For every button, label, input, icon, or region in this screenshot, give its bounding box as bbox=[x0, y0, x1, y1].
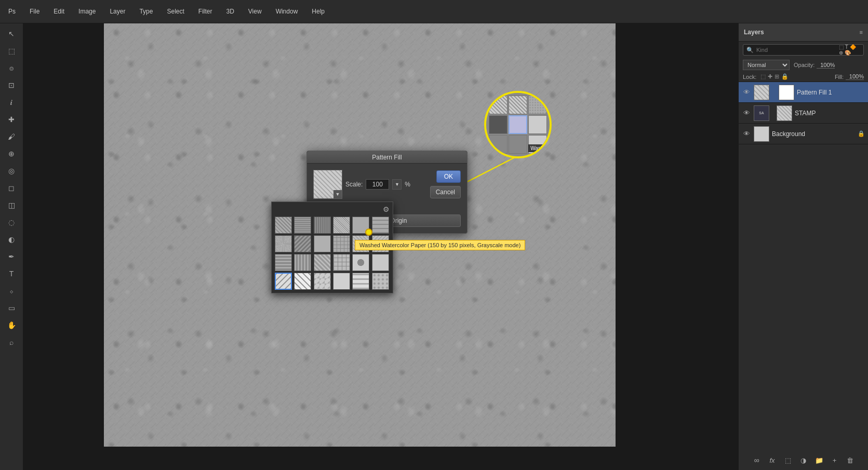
layer-group-button[interactable]: 📁 bbox=[813, 454, 825, 466]
layer-adjustment-button[interactable]: ◑ bbox=[798, 454, 809, 466]
dodge-tool[interactable]: ◐ bbox=[4, 232, 19, 247]
shape-tool[interactable]: ▭ bbox=[4, 300, 19, 316]
layer-name-background: Background bbox=[772, 130, 855, 138]
history-tool[interactable]: ◎ bbox=[4, 163, 19, 179]
scale-input[interactable] bbox=[366, 179, 389, 190]
layer-link-button[interactable]: ∞ bbox=[751, 454, 763, 466]
blur-tool[interactable]: ◌ bbox=[4, 214, 19, 230]
pattern-cell-2[interactable] bbox=[294, 217, 311, 234]
layer-new-button[interactable]: + bbox=[829, 454, 840, 466]
layer-visibility-background[interactable]: 👁 bbox=[742, 129, 751, 139]
layer-item-stamp[interactable]: 👁 SA STAMP bbox=[739, 103, 868, 124]
lock-all-icon[interactable]: 🔒 bbox=[781, 73, 789, 80]
layer-mask-button[interactable]: ⬚ bbox=[782, 454, 794, 466]
pattern-cell-3[interactable] bbox=[314, 217, 331, 234]
menu-window[interactable]: Window bbox=[273, 6, 301, 17]
pattern-cell-13[interactable] bbox=[275, 254, 292, 271]
lock-position-icon[interactable]: ✚ bbox=[768, 73, 772, 80]
healing-tool[interactable]: ✚ bbox=[4, 112, 19, 127]
pattern-cell-4[interactable] bbox=[333, 217, 350, 234]
pattern-cell-15[interactable] bbox=[314, 254, 331, 271]
dialog-buttons: OK Cancel bbox=[430, 170, 461, 198]
layer-visibility-pattern[interactable]: 👁 bbox=[742, 88, 751, 97]
ok-button[interactable]: OK bbox=[436, 170, 461, 183]
menu-3d[interactable]: 3D bbox=[223, 6, 237, 17]
blend-mode-select[interactable]: Normal bbox=[743, 60, 790, 70]
eyedropper-tool[interactable]: 𝒊 bbox=[4, 95, 19, 110]
layer-item-pattern-fill[interactable]: 👁 Pattern Fill 1 bbox=[739, 82, 868, 103]
layer-delete-button[interactable]: 🗑 bbox=[845, 454, 856, 466]
menu-layer[interactable]: Layer bbox=[106, 6, 128, 17]
scale-label: Scale: bbox=[345, 181, 363, 188]
menu-file[interactable]: File bbox=[26, 6, 43, 17]
mask-thumb-white bbox=[779, 85, 794, 100]
layer-item-background[interactable]: 👁 Background 🔒 bbox=[739, 124, 868, 144]
select-tool[interactable]: ⬚ bbox=[4, 43, 19, 59]
pattern-cell-22[interactable] bbox=[333, 273, 350, 290]
pattern-preview-thumb[interactable]: ▼ bbox=[313, 170, 342, 199]
pattern-cell-21[interactable] bbox=[314, 273, 331, 290]
gradient-tool[interactable]: ◫ bbox=[4, 197, 19, 213]
pattern-cell-19[interactable] bbox=[275, 273, 292, 290]
pattern-cell-23[interactable] bbox=[352, 273, 369, 290]
pattern-cell-20[interactable] bbox=[294, 273, 311, 290]
menu-filter[interactable]: Filter bbox=[195, 6, 216, 17]
menu-help[interactable]: Help bbox=[309, 6, 328, 17]
text-tool[interactable]: T bbox=[4, 266, 19, 281]
crop-tool[interactable]: ⊡ bbox=[4, 77, 19, 93]
hand-tool[interactable]: ✋ bbox=[4, 317, 19, 333]
lock-icons-group: ⬚ ✚ ⊞ 🔒 bbox=[760, 73, 789, 80]
mag-cell-6 bbox=[528, 115, 547, 134]
pattern-cell-9[interactable] bbox=[314, 235, 331, 252]
clone-tool[interactable]: ⊕ bbox=[4, 146, 19, 162]
move-tool[interactable]: ↖ bbox=[4, 26, 19, 42]
pattern-cell-7[interactable] bbox=[275, 235, 292, 252]
magnifier-label: Washe bbox=[528, 144, 549, 152]
mag-cell-7 bbox=[489, 135, 508, 154]
layer-fx-button[interactable]: fx bbox=[767, 454, 778, 466]
menu-select[interactable]: Select bbox=[164, 6, 187, 17]
pen-tool[interactable]: ✒ bbox=[4, 249, 19, 264]
pattern-cell-8[interactable] bbox=[294, 235, 311, 252]
pattern-cell-1[interactable] bbox=[275, 217, 292, 234]
lasso-tool[interactable]: ⌾ bbox=[4, 60, 19, 76]
menu-edit[interactable]: Edit bbox=[50, 6, 68, 17]
stamp-b-texture bbox=[777, 106, 792, 120]
pattern-cell-6[interactable] bbox=[372, 217, 389, 234]
layers-search-input[interactable] bbox=[756, 47, 836, 53]
pattern-cell-16[interactable] bbox=[333, 254, 350, 271]
menu-ps[interactable]: Ps bbox=[5, 6, 19, 17]
layers-bottom-bar: ∞ fx ⬚ ◑ 📁 + 🗑 bbox=[739, 454, 868, 466]
layers-search-bar: 🔍 ⬚ T 🔶 ⊕ 🎨 bbox=[743, 44, 864, 56]
pattern-dropdown-button[interactable]: ▼ bbox=[333, 190, 342, 198]
path-tool[interactable]: ⬦ bbox=[4, 283, 19, 299]
dialog-title: Pattern Fill bbox=[372, 154, 402, 161]
opacity-input[interactable] bbox=[817, 62, 835, 69]
layers-lock-row: Lock: ⬚ ✚ ⊞ 🔒 Fill: bbox=[739, 72, 868, 82]
menu-type[interactable]: Type bbox=[136, 6, 156, 17]
scale-dropdown[interactable]: ▼ bbox=[392, 179, 402, 190]
menu-view[interactable]: View bbox=[245, 6, 265, 17]
brush-tool[interactable]: 🖌 bbox=[4, 129, 19, 144]
layers-mode-row: Normal Opacity: bbox=[739, 58, 868, 72]
eraser-tool[interactable]: ◻ bbox=[4, 180, 19, 196]
layer-name-pattern-fill: Pattern Fill 1 bbox=[797, 89, 865, 96]
layer-visibility-stamp[interactable]: 👁 bbox=[742, 109, 751, 118]
lock-label: Lock: bbox=[743, 74, 756, 80]
menu-image[interactable]: Image bbox=[75, 6, 99, 17]
lock-pixels-icon[interactable]: ⬚ bbox=[760, 73, 766, 80]
lock-artboard-icon[interactable]: ⊞ bbox=[774, 73, 779, 80]
zoom-tool[interactable]: ⌕ bbox=[4, 334, 19, 350]
layers-panel: Layers ≡ 🔍 ⬚ T 🔶 ⊕ 🎨 Normal Opacity: Loc… bbox=[738, 23, 868, 470]
picker-gear-icon[interactable]: ⚙ bbox=[383, 205, 390, 213]
pattern-cell-17[interactable] bbox=[352, 254, 369, 271]
pattern-cell-10[interactable] bbox=[333, 235, 350, 252]
fill-input[interactable] bbox=[846, 73, 864, 80]
layers-panel-collapse-icon[interactable]: ≡ bbox=[860, 29, 863, 35]
pattern-cell-18[interactable] bbox=[372, 254, 389, 271]
cancel-button[interactable]: Cancel bbox=[430, 186, 461, 198]
pattern-cell-24[interactable] bbox=[372, 273, 389, 290]
layer-thumb-stamp-b bbox=[777, 105, 792, 121]
pattern-cell-14[interactable] bbox=[294, 254, 311, 271]
magnifier-circle: Washe bbox=[484, 91, 552, 158]
